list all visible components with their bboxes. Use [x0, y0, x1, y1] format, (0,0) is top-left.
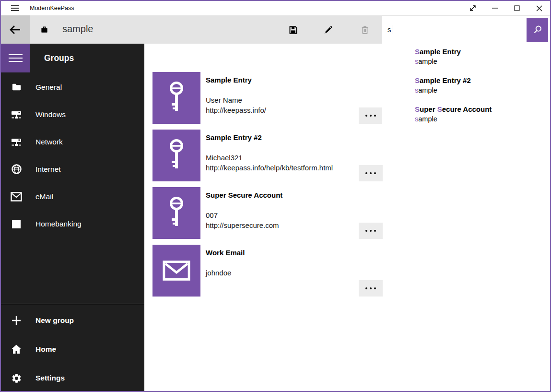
- sidebar-item-label: eMail: [35, 192, 53, 201]
- gear-icon: [11, 372, 22, 384]
- entry-tile[interactable]: [152, 130, 200, 181]
- back-arrow-icon: [9, 24, 22, 36]
- entry-url: http://keepass.info/: [206, 105, 266, 115]
- entry-username: Michael321: [206, 153, 243, 163]
- trash-icon: [360, 25, 370, 35]
- more-icon: [365, 172, 367, 174]
- sidebar-item-internet[interactable]: Internet: [1, 155, 144, 183]
- suggestion-item[interactable]: Sample Entry #2 sample: [415, 76, 550, 105]
- sidebar-action-label: Home: [35, 345, 56, 354]
- suggestion-item[interactable]: Sample Entry sample: [415, 47, 550, 76]
- sidebar-separator: [1, 304, 144, 304]
- back-button[interactable]: [1, 15, 30, 44]
- fullscreen-icon: [469, 4, 477, 12]
- window-controls: [462, 1, 550, 15]
- network-icon: [11, 109, 22, 120]
- entry-username: User Name: [206, 95, 242, 105]
- more-icon: [365, 230, 367, 232]
- home-button[interactable]: Home: [1, 335, 144, 364]
- pencil-icon: [323, 25, 333, 35]
- hamburger-icon: [9, 54, 23, 62]
- save-icon: [288, 25, 298, 35]
- entry-title: Sample Entry #2: [206, 133, 262, 142]
- globe-icon: [11, 164, 22, 175]
- sidebar-actions: New group Home Settings: [1, 306, 144, 391]
- delete-button[interactable]: [353, 18, 376, 41]
- sidebar-item-label: Internet: [35, 165, 61, 174]
- key-icon: [166, 81, 187, 115]
- entry-url: http://supersecure.com: [206, 220, 279, 230]
- entry-row[interactable]: Sample Entry #2 Michael321 http://keepas…: [144, 130, 394, 181]
- group-list: General Windows: [1, 73, 144, 238]
- hamburger-icon: [11, 5, 19, 12]
- suggestion-subtitle: sample: [415, 57, 550, 66]
- more-button[interactable]: [359, 165, 383, 181]
- plus-icon: [11, 315, 22, 326]
- settings-button[interactable]: Settings: [1, 364, 144, 391]
- new-group-button[interactable]: New group: [1, 306, 144, 335]
- home-icon: [11, 344, 22, 355]
- more-button[interactable]: [359, 223, 383, 239]
- more-button[interactable]: [359, 280, 383, 297]
- minimize-icon: [492, 5, 498, 11]
- database-icon: [38, 15, 50, 44]
- fullscreen-button[interactable]: [462, 1, 484, 15]
- network-icon: [11, 136, 22, 148]
- entry-row[interactable]: Super Secure Account 007 http://supersec…: [144, 187, 394, 239]
- entry-title: Super Secure Account: [206, 191, 282, 199]
- edit-button[interactable]: [317, 18, 340, 41]
- sidebar-action-label: Settings: [35, 374, 65, 382]
- mail-icon: [11, 191, 22, 202]
- titlebar-hamburger-button[interactable]: [7, 1, 23, 15]
- entry-tile[interactable]: [152, 187, 200, 239]
- entry-username: johndoe: [206, 268, 231, 278]
- suggestion-title: Sample Entry: [415, 47, 550, 57]
- sidebar: Groups General: [1, 44, 144, 391]
- sidebar-item-email[interactable]: eMail: [1, 183, 144, 210]
- search-icon: [532, 24, 543, 35]
- appbar: sample: [1, 15, 550, 44]
- entry-row[interactable]: Work Email johndoe: [144, 245, 394, 297]
- sidebar-item-windows[interactable]: Windows: [1, 101, 144, 128]
- text-caret: [392, 25, 392, 34]
- save-button[interactable]: [281, 18, 305, 41]
- entry-tile[interactable]: [152, 72, 200, 124]
- suggestion-item[interactable]: Super Secure Account sample: [415, 105, 550, 133]
- sidebar-item-general[interactable]: General: [1, 73, 144, 101]
- mail-icon: [163, 260, 190, 281]
- window-title: ModernKeePass: [30, 1, 74, 15]
- search-button[interactable]: [527, 18, 548, 42]
- app-window: ModernKeePass: [0, 0, 551, 392]
- close-button[interactable]: [528, 1, 550, 15]
- folder-icon: [11, 82, 22, 93]
- database-title: sample: [62, 15, 93, 44]
- sidebar-item-label: General: [35, 83, 62, 92]
- briefcase-icon: [40, 26, 48, 33]
- sidebar-action-label: New group: [35, 316, 74, 325]
- suggestion-subtitle: sample: [415, 114, 550, 124]
- sidebar-item-homebanking[interactable]: Homebanking: [1, 210, 144, 238]
- suggestion-title: Sample Entry #2: [415, 76, 550, 85]
- entry-row[interactable]: Sample Entry User Name http://keepass.in…: [144, 72, 394, 124]
- sidebar-item-label: Network: [35, 138, 63, 146]
- minimize-button[interactable]: [484, 1, 506, 15]
- more-button[interactable]: [359, 107, 383, 124]
- key-icon: [166, 196, 187, 230]
- maximize-icon: [514, 5, 520, 11]
- search-value: s: [387, 16, 392, 44]
- square-icon: [11, 218, 22, 230]
- entry-url: http://keepass.info/help/kb/testform.htm…: [206, 163, 333, 173]
- maximize-button[interactable]: [506, 1, 528, 15]
- entry-title: Sample Entry: [206, 76, 252, 84]
- titlebar: ModernKeePass: [1, 1, 550, 15]
- key-icon: [166, 139, 187, 172]
- close-icon: [536, 5, 542, 12]
- search-suggestions: Sample Entry sample Sample Entry #2 samp…: [382, 44, 550, 138]
- nav-hamburger-button[interactable]: [1, 44, 30, 72]
- search-input[interactable]: s: [382, 16, 550, 44]
- sidebar-item-label: Homebanking: [35, 220, 82, 228]
- entry-tile[interactable]: [152, 245, 200, 297]
- sidebar-item-label: Windows: [35, 110, 66, 119]
- suggestion-subtitle: sample: [415, 85, 550, 95]
- sidebar-item-network[interactable]: Network: [1, 128, 144, 155]
